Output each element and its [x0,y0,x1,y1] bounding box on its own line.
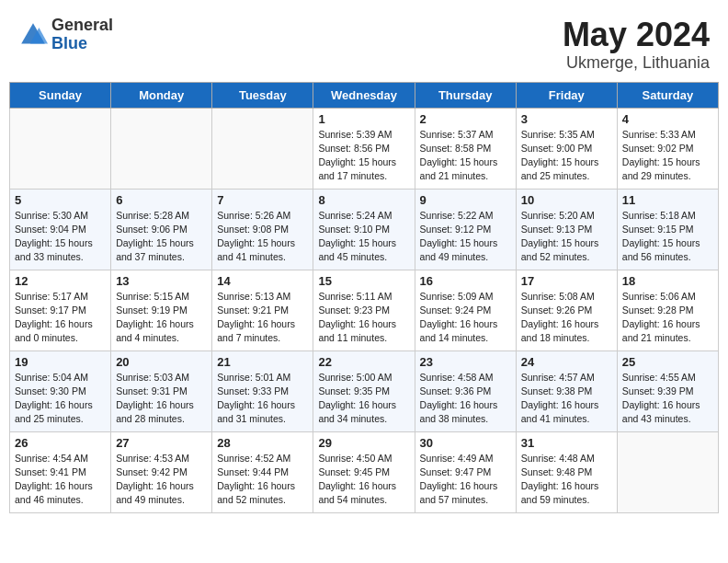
day-info: Sunrise: 4:50 AM Sunset: 9:45 PM Dayligh… [318,452,409,508]
day-cell-14: 14Sunrise: 5:13 AM Sunset: 9:21 PM Dayli… [212,270,313,350]
logo-text: General Blue [51,17,113,53]
day-number: 1 [318,112,409,126]
logo: General Blue [18,17,113,53]
day-number: 17 [521,274,612,288]
day-info: Sunrise: 5:24 AM Sunset: 9:10 PM Dayligh… [318,209,409,265]
day-cell-17: 17Sunrise: 5:08 AM Sunset: 9:26 PM Dayli… [516,270,617,350]
day-number: 29 [318,436,409,450]
day-cell-11: 11Sunrise: 5:18 AM Sunset: 9:15 PM Dayli… [617,189,718,270]
day-cell-6: 6Sunrise: 5:28 AM Sunset: 9:06 PM Daylig… [111,189,212,270]
day-number: 26 [15,436,106,450]
day-number: 10 [521,193,612,207]
day-number: 11 [622,193,713,207]
calendar-table: SundayMondayTuesdayWednesdayThursdayFrid… [9,82,719,513]
day-cell-21: 21Sunrise: 5:01 AM Sunset: 9:33 PM Dayli… [212,350,313,431]
day-number: 18 [622,274,713,288]
title-block: May 2024 Ukmerge, Lithuania [563,17,710,73]
logo-general: General [51,17,113,35]
day-info: Sunrise: 5:03 AM Sunset: 9:31 PM Dayligh… [116,371,207,427]
day-number: 15 [318,274,409,288]
day-number: 13 [116,274,207,288]
day-cell-19: 19Sunrise: 5:04 AM Sunset: 9:30 PM Dayli… [10,350,111,431]
day-cell-28: 28Sunrise: 4:52 AM Sunset: 9:44 PM Dayli… [212,431,313,512]
day-number: 22 [318,355,409,369]
day-cell-22: 22Sunrise: 5:00 AM Sunset: 9:35 PM Dayli… [313,350,415,431]
day-info: Sunrise: 5:17 AM Sunset: 9:17 PM Dayligh… [15,290,106,346]
day-info: Sunrise: 5:20 AM Sunset: 9:13 PM Dayligh… [521,209,612,265]
day-number: 5 [15,193,106,207]
empty-cell [617,431,718,512]
page-header: General Blue May 2024 Ukmerge, Lithuania [9,9,719,76]
day-cell-8: 8Sunrise: 5:24 AM Sunset: 9:10 PM Daylig… [313,189,415,270]
day-info: Sunrise: 4:55 AM Sunset: 9:39 PM Dayligh… [622,371,713,427]
day-number: 19 [15,355,106,369]
day-header-sunday: Sunday [10,82,111,108]
day-cell-18: 18Sunrise: 5:06 AM Sunset: 9:28 PM Dayli… [617,270,718,350]
day-cell-24: 24Sunrise: 4:57 AM Sunset: 9:38 PM Dayli… [516,350,617,431]
day-info: Sunrise: 4:54 AM Sunset: 9:41 PM Dayligh… [15,452,106,508]
day-info: Sunrise: 4:57 AM Sunset: 9:38 PM Dayligh… [521,371,612,427]
day-info: Sunrise: 5:15 AM Sunset: 9:19 PM Dayligh… [116,290,207,346]
day-number: 12 [15,274,106,288]
day-number: 6 [116,193,207,207]
day-number: 2 [420,112,511,126]
day-number: 25 [622,355,713,369]
day-number: 28 [217,436,308,450]
day-cell-31: 31Sunrise: 4:48 AM Sunset: 9:48 PM Dayli… [516,431,617,512]
day-info: Sunrise: 4:58 AM Sunset: 9:36 PM Dayligh… [420,371,511,427]
day-info: Sunrise: 5:28 AM Sunset: 9:06 PM Dayligh… [116,209,207,265]
day-info: Sunrise: 5:33 AM Sunset: 9:02 PM Dayligh… [622,128,713,184]
empty-cell [10,108,111,189]
day-info: Sunrise: 5:09 AM Sunset: 9:24 PM Dayligh… [420,290,511,346]
day-info: Sunrise: 5:37 AM Sunset: 8:58 PM Dayligh… [420,128,511,184]
day-info: Sunrise: 4:48 AM Sunset: 9:48 PM Dayligh… [521,452,612,508]
day-cell-20: 20Sunrise: 5:03 AM Sunset: 9:31 PM Dayli… [111,350,212,431]
day-cell-16: 16Sunrise: 5:09 AM Sunset: 9:24 PM Dayli… [415,270,516,350]
day-number: 9 [420,193,511,207]
week-row-5: 26Sunrise: 4:54 AM Sunset: 9:41 PM Dayli… [10,431,719,512]
day-number: 16 [420,274,511,288]
week-row-2: 5Sunrise: 5:30 AM Sunset: 9:04 PM Daylig… [10,189,719,270]
day-number: 31 [521,436,612,450]
day-number: 3 [521,112,612,126]
day-header-friday: Friday [516,82,617,108]
day-cell-12: 12Sunrise: 5:17 AM Sunset: 9:17 PM Dayli… [10,270,111,350]
day-cell-9: 9Sunrise: 5:22 AM Sunset: 9:12 PM Daylig… [415,189,516,270]
day-info: Sunrise: 5:06 AM Sunset: 9:28 PM Dayligh… [622,290,713,346]
logo-blue: Blue [51,35,113,53]
day-number: 8 [318,193,409,207]
day-number: 30 [420,436,511,450]
day-number: 21 [217,355,308,369]
day-cell-1: 1Sunrise: 5:39 AM Sunset: 8:56 PM Daylig… [313,108,415,189]
day-info: Sunrise: 5:13 AM Sunset: 9:21 PM Dayligh… [217,290,308,346]
week-row-3: 12Sunrise: 5:17 AM Sunset: 9:17 PM Dayli… [10,270,719,350]
day-header-tuesday: Tuesday [212,82,313,108]
day-info: Sunrise: 5:39 AM Sunset: 8:56 PM Dayligh… [318,128,409,184]
day-header-thursday: Thursday [415,82,516,108]
day-number: 7 [217,193,308,207]
day-cell-26: 26Sunrise: 4:54 AM Sunset: 9:41 PM Dayli… [10,431,111,512]
day-info: Sunrise: 5:00 AM Sunset: 9:35 PM Dayligh… [318,371,409,427]
day-number: 20 [116,355,207,369]
day-info: Sunrise: 5:11 AM Sunset: 9:23 PM Dayligh… [318,290,409,346]
day-number: 27 [116,436,207,450]
day-info: Sunrise: 5:08 AM Sunset: 9:26 PM Dayligh… [521,290,612,346]
logo-icon [18,20,48,50]
calendar-subtitle: Ukmerge, Lithuania [563,53,710,73]
day-header-monday: Monday [111,82,212,108]
week-row-1: 1Sunrise: 5:39 AM Sunset: 8:56 PM Daylig… [10,108,719,189]
day-cell-30: 30Sunrise: 4:49 AM Sunset: 9:47 PM Dayli… [415,431,516,512]
day-cell-7: 7Sunrise: 5:26 AM Sunset: 9:08 PM Daylig… [212,189,313,270]
day-cell-5: 5Sunrise: 5:30 AM Sunset: 9:04 PM Daylig… [10,189,111,270]
day-info: Sunrise: 4:49 AM Sunset: 9:47 PM Dayligh… [420,452,511,508]
day-cell-23: 23Sunrise: 4:58 AM Sunset: 9:36 PM Dayli… [415,350,516,431]
calendar-title: May 2024 [563,17,710,53]
calendar-header-row: SundayMondayTuesdayWednesdayThursdayFrid… [10,82,719,108]
day-number: 23 [420,355,511,369]
empty-cell [111,108,212,189]
day-info: Sunrise: 5:01 AM Sunset: 9:33 PM Dayligh… [217,371,308,427]
day-info: Sunrise: 4:52 AM Sunset: 9:44 PM Dayligh… [217,452,308,508]
day-info: Sunrise: 4:53 AM Sunset: 9:42 PM Dayligh… [116,452,207,508]
day-number: 4 [622,112,713,126]
day-cell-4: 4Sunrise: 5:33 AM Sunset: 9:02 PM Daylig… [617,108,718,189]
